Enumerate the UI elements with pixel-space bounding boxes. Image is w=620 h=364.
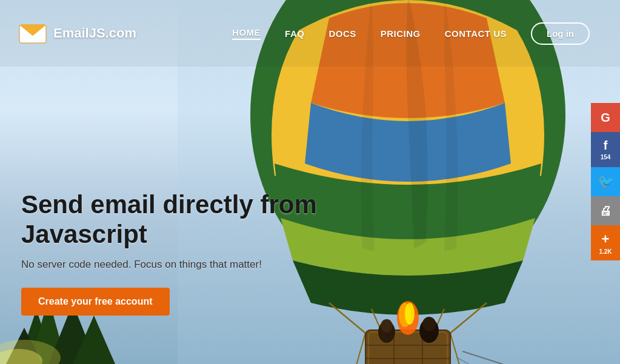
svg-point-22 — [422, 317, 436, 331]
nav-links: HOME FAQ DOCS PRICING CONTACT US Log in — [232, 22, 590, 45]
svg-point-20 — [381, 319, 393, 333]
share-plus-icon: + — [602, 231, 610, 247]
logo-icon — [18, 19, 47, 48]
social-sidebar: G f 154 🐦 🖨 + 1.2K — [591, 103, 620, 260]
facebook-share-button[interactable]: f 154 — [591, 132, 620, 167]
nav-pricing[interactable]: PRICING — [381, 28, 421, 39]
nav-docs[interactable]: DOCS — [328, 28, 356, 39]
nav-home[interactable]: HOME — [232, 27, 261, 40]
print-button[interactable]: 🖨 — [591, 196, 620, 225]
cta-button[interactable]: Create your free account — [21, 288, 170, 316]
print-icon: 🖨 — [599, 204, 612, 218]
svg-point-18 — [405, 303, 415, 325]
navbar: EmailJS.com HOME FAQ DOCS PRICING CONTAC… — [0, 0, 620, 67]
nav-faq[interactable]: FAQ — [285, 28, 304, 39]
login-button[interactable]: Log in — [531, 22, 590, 45]
hero-section: EmailJS.com HOME FAQ DOCS PRICING CONTAC… — [0, 0, 620, 364]
google-icon: G — [601, 111, 610, 125]
hero-title: Send email directly from Javascript — [21, 190, 355, 249]
twitter-share-button[interactable]: 🐦 — [591, 167, 620, 196]
share-count: 1.2K — [599, 248, 612, 255]
hero-subtitle: No server code needed. Focus on things t… — [21, 259, 355, 271]
nav-contact[interactable]: CONTACT US — [445, 28, 507, 39]
logo-link[interactable]: EmailJS.com — [18, 19, 136, 48]
google-share-button[interactable]: G — [591, 103, 620, 132]
hero-content: Send email directly from Javascript No s… — [21, 190, 355, 316]
twitter-icon: 🐦 — [598, 174, 614, 190]
logo-text: EmailJS.com — [53, 25, 136, 41]
facebook-count: 154 — [601, 154, 611, 160]
facebook-icon: f — [604, 139, 608, 153]
share-button[interactable]: + 1.2K — [591, 225, 620, 260]
